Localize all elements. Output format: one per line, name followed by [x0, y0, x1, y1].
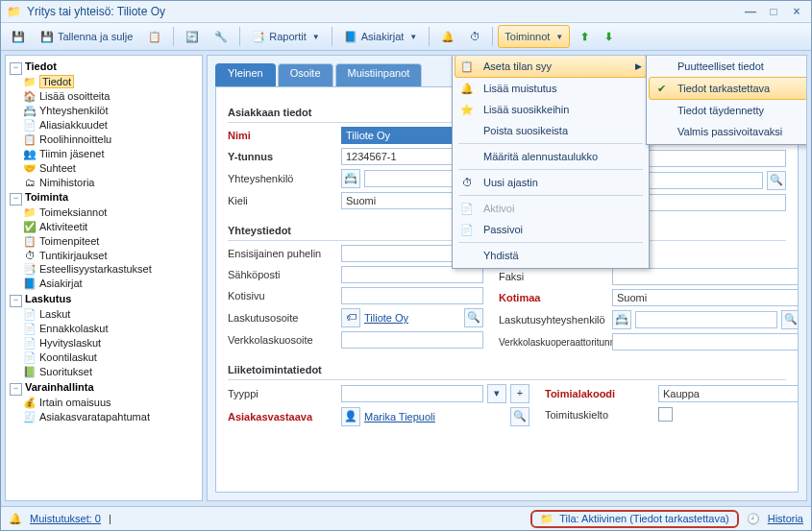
submenu-checked[interactable]: ✔Tiedot tarkastettava: [649, 77, 807, 100]
docs-label: Asiakirjat: [361, 31, 405, 42]
menu-add-reminder[interactable]: 🔔Lisää muistutus: [455, 78, 647, 99]
maximize-button[interactable]: □: [765, 5, 782, 18]
search-icon[interactable]: 🔍: [510, 407, 529, 426]
reports-button[interactable]: 📑 Raportit▼: [245, 25, 326, 48]
chevron-down-icon[interactable]: ▾: [487, 384, 506, 403]
status-reminders[interactable]: Muistutukset: 0: [30, 513, 101, 524]
tree-item[interactable]: 📗Suoritukset: [23, 365, 200, 379]
tab-notes[interactable]: Muistiinpanot: [335, 63, 423, 86]
tree-item[interactable]: 🤝Suhteet: [23, 161, 200, 176]
tree-item[interactable]: ✅Aktiviteetit: [23, 220, 200, 234]
next-button[interactable]: ⬇: [598, 25, 620, 48]
submenu-supplemented[interactable]: Tiedot täydennetty: [649, 100, 807, 121]
menu-add-fav[interactable]: ⭐Lisää suosikkeihin: [455, 99, 647, 120]
contact-card-icon[interactable]: 📇: [341, 169, 360, 188]
tree-item[interactable]: 🗂Nimihistoria: [23, 176, 200, 189]
status-history[interactable]: Historia: [768, 513, 803, 524]
prev-button[interactable]: ⬆: [574, 25, 596, 48]
input-web[interactable]: [341, 287, 483, 304]
tree-item[interactable]: ⏱Tuntikirjaukset: [23, 249, 200, 262]
submenu-ready[interactable]: Valmis passivoitavaksi: [649, 121, 807, 142]
menu-timer[interactable]: ⏱Uusi ajastin: [455, 172, 647, 193]
tree-item[interactable]: 📄Ennakkolaskut: [23, 322, 200, 336]
reports-label: Raportit: [269, 31, 307, 42]
person-icon[interactable]: 👤: [341, 407, 360, 426]
tree-item[interactable]: 🏠Lisää osoitteita: [23, 89, 200, 104]
tree-item[interactable]: 🧾Asiakasvaratapahtumat: [23, 410, 200, 424]
tree-group[interactable]: Tiedot: [25, 60, 57, 72]
menu-merge[interactable]: Yhdistä: [455, 245, 647, 266]
save-close-label: Tallenna ja sulje: [58, 31, 133, 42]
link-mgr[interactable]: Marika Tiepuoli: [364, 411, 435, 422]
actions-button[interactable]: Toiminnot▼: [498, 25, 570, 48]
submenu-incomplete-label: Puutteelliset tiedot: [677, 60, 764, 72]
save-button[interactable]: 💾: [5, 25, 32, 48]
tree-item[interactable]: 📋Toimenpiteet: [23, 234, 200, 249]
input-fax[interactable]: [612, 268, 799, 285]
tree-toggle[interactable]: −: [10, 383, 22, 396]
close-button[interactable]: ×: [788, 5, 805, 18]
nav-tree[interactable]: −Tiedot📁Tiedot🏠Lisää osoitteita📇Yhteyshe…: [5, 55, 203, 501]
menu-set-reason[interactable]: 📋Aseta tilan syy▶ Puutteelliset tiedot ✔…: [455, 55, 647, 78]
menu-activate: 📄Aktivoi: [455, 198, 647, 219]
settings-button[interactable]: 🔧: [208, 25, 234, 48]
tree-item-icon: 📋: [23, 235, 37, 248]
contact-card-icon[interactable]: 📇: [612, 310, 631, 329]
input-sector[interactable]: [658, 385, 799, 402]
tab-general[interactable]: Yleinen: [215, 63, 276, 86]
status-state[interactable]: Tila: Aktiivinen (Tiedot tarkastettava): [559, 513, 728, 524]
tab-address[interactable]: Osoite: [278, 63, 333, 86]
refresh-button[interactable]: 🔄: [179, 25, 206, 48]
save-close-button[interactable]: 💾 Tallenna ja sulje: [34, 25, 139, 48]
label-fax: Faksi: [499, 271, 604, 282]
submenu-ready-label: Valmis passivoitavaksi: [677, 126, 782, 137]
submenu-incomplete[interactable]: Puutteelliset tiedot: [649, 56, 807, 77]
tree-item-label: Nimihistoria: [39, 177, 94, 188]
bell-button[interactable]: 🔔: [434, 25, 461, 48]
menu-passivate[interactable]: 📄Passivoi: [455, 219, 647, 240]
tree-item[interactable]: 📄Koontilaskut: [23, 350, 200, 365]
search-icon[interactable]: 🔍: [781, 310, 799, 329]
tree-item[interactable]: 👥Tiimin jäsenet: [23, 147, 200, 161]
input-einv[interactable]: [341, 331, 483, 349]
tree-toggle[interactable]: −: [10, 295, 22, 307]
checkbox-deliv[interactable]: [658, 407, 673, 422]
label-einv: Verkkolaskuosoite: [228, 334, 333, 346]
minimize-button[interactable]: —: [742, 5, 759, 18]
tree-item[interactable]: 📁Tiedot: [23, 75, 200, 89]
search-icon[interactable]: 🔍: [767, 171, 786, 190]
tree-item[interactable]: 📄Hyvityslaskut: [23, 336, 200, 350]
search-icon[interactable]: 🔍: [464, 308, 483, 327]
tree-toggle[interactable]: −: [10, 62, 22, 75]
tree-item[interactable]: 📘Asiakirjat: [23, 277, 200, 291]
address-card-icon[interactable]: 🏷: [341, 308, 360, 327]
add-icon[interactable]: +: [510, 384, 529, 403]
tree-item[interactable]: 📋Roolihinnoittelu: [23, 133, 200, 147]
link-billaddr[interactable]: Tiliote Oy: [364, 312, 408, 324]
tree-item-icon: 📄: [23, 119, 37, 132]
history-icon: 🕘: [747, 513, 760, 525]
tree-item[interactable]: 📄Aliasiakkuudet: [23, 118, 200, 133]
tree-item[interactable]: 📇Yhteyshenkilöt: [23, 104, 200, 118]
timer-button[interactable]: ⏱: [463, 25, 487, 48]
input-type[interactable]: [341, 385, 483, 402]
tree-toggle[interactable]: −: [10, 193, 22, 205]
tree-item-icon: 📑: [23, 263, 37, 276]
bell-icon: 🔔: [458, 80, 476, 97]
tree-item[interactable]: 📄Laskut: [23, 307, 200, 322]
tree-group[interactable]: Toiminta: [25, 191, 68, 203]
tree-group[interactable]: Laskutus: [25, 293, 71, 304]
menu-rm-fav[interactable]: Poista suosikeista: [455, 120, 647, 141]
input-billcontact[interactable]: [635, 311, 777, 328]
tree-item[interactable]: 📑Esteellisyystarkastukset: [23, 262, 200, 277]
input-einvop[interactable]: [612, 333, 799, 350]
tree-group[interactable]: Varainhallinta: [25, 381, 94, 393]
docs-button[interactable]: 📘 Asiakirjat▼: [337, 25, 425, 48]
tree-item[interactable]: 💰Irtain omaisuus: [23, 396, 200, 410]
tree-item-label: Yhteyshenkilöt: [39, 105, 109, 116]
label-billcontact: Laskutusyhteyshenkilö: [499, 314, 604, 326]
copy-button[interactable]: 📋: [141, 25, 168, 48]
menu-discount[interactable]: Määritä alennustaulukko: [455, 146, 647, 167]
input-country[interactable]: [612, 289, 799, 306]
tree-item[interactable]: 📁Toimeksiannot: [23, 205, 200, 220]
